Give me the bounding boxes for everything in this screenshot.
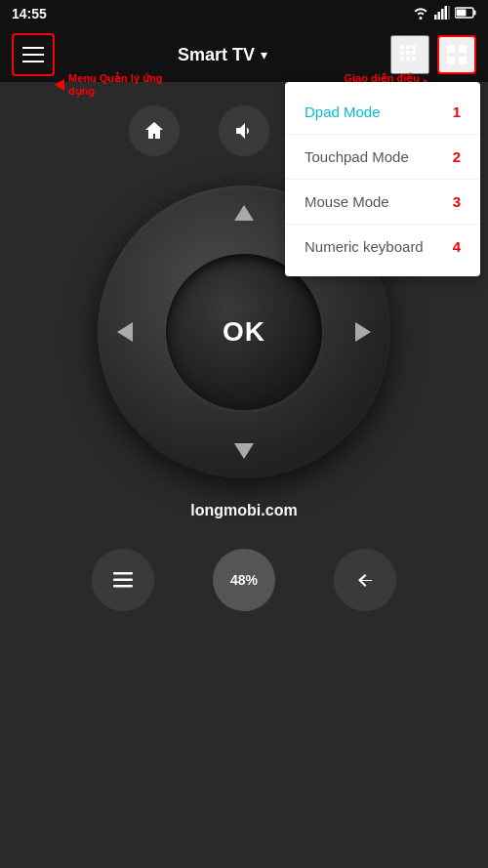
dpad-up-button[interactable] [234,205,254,221]
dropdown-item-numeric-label: Numeric keyboard [305,238,424,255]
title-section: Smart TV ▾ [178,45,267,65]
svg-rect-22 [113,579,133,582]
menu-line [22,61,44,62]
dropdown-menu: Dpad Mode 1 Touchpad Mode 2 Mouse Mode 3… [285,82,480,276]
top-bar: Menu Quản lý ứng dụng Smart TV ▾ Giao di… [0,27,488,82]
dropdown-item-numeric[interactable]: Numeric keyboard 4 [285,225,480,269]
menu-line [22,47,44,49]
status-icons [412,6,476,22]
menu-button[interactable] [12,33,55,76]
svg-rect-10 [412,45,416,49]
arrow-left-icon [55,79,64,91]
svg-rect-16 [412,57,416,61]
dropdown-item-mouse-label: Mouse Mode [305,193,389,210]
svg-rect-20 [459,57,467,64]
status-bar: 14:55 [0,0,488,27]
volume-down-button[interactable] [219,105,269,156]
svg-rect-9 [406,45,410,49]
app-title: Smart TV [178,45,255,65]
home-button[interactable] [129,105,180,156]
dropdown-item-mouse-num: 3 [453,193,461,210]
back-button[interactable] [334,549,396,611]
svg-rect-11 [400,51,404,55]
bottom-menu-button[interactable] [92,549,154,611]
svg-rect-8 [400,45,404,49]
svg-rect-21 [113,572,133,575]
dropdown-item-dpad-label: Dpad Mode [305,103,381,120]
svg-rect-14 [400,57,404,61]
signal-icon [434,6,450,22]
ok-label: OK [223,316,265,348]
dropdown-arrow-icon[interactable]: ▾ [261,47,267,62]
dropdown-item-touchpad[interactable]: Touchpad Mode 2 [285,135,480,180]
top-right-buttons [390,35,476,74]
dropdown-item-mouse[interactable]: Mouse Mode 3 [285,180,480,225]
svg-rect-17 [447,45,455,53]
bottom-row: 48% [92,549,396,611]
svg-rect-18 [459,45,467,53]
percent-label: 48% [230,572,258,588]
svg-rect-4 [448,6,450,20]
annotation-left: Menu Quản lý ứng dụng [55,72,166,98]
svg-rect-6 [474,10,476,15]
dpad-right-button[interactable] [355,322,371,342]
menu-line [22,54,44,56]
dropdown-item-numeric-num: 4 [453,238,461,255]
svg-rect-3 [445,6,448,20]
grid-view-button-2[interactable] [437,35,476,74]
battery-icon [455,7,476,21]
svg-rect-23 [113,585,133,588]
dropdown-item-touchpad-label: Touchpad Mode [305,148,409,165]
dropdown-item-touchpad-num: 2 [453,148,461,165]
svg-rect-19 [447,57,455,64]
dropdown-item-dpad[interactable]: Dpad Mode 1 [285,90,480,135]
svg-rect-12 [406,51,410,55]
svg-rect-1 [438,12,441,20]
svg-rect-7 [457,9,467,16]
svg-rect-0 [434,15,437,20]
wifi-icon [412,6,429,22]
svg-rect-15 [406,57,410,61]
website-label: longmobi.com [190,502,297,519]
dpad-down-button[interactable] [234,443,254,459]
dpad-ok-button[interactable]: OK [166,254,322,410]
percent-button[interactable]: 48% [213,549,275,611]
status-time: 14:55 [12,6,47,21]
annotation-left-text: Menu Quản lý ứng dụng [68,72,166,98]
grid-view-button[interactable] [390,35,429,74]
svg-rect-2 [441,9,444,20]
svg-rect-13 [412,51,416,55]
dropdown-item-dpad-num: 1 [453,103,461,120]
dpad-left-button[interactable] [117,322,133,342]
